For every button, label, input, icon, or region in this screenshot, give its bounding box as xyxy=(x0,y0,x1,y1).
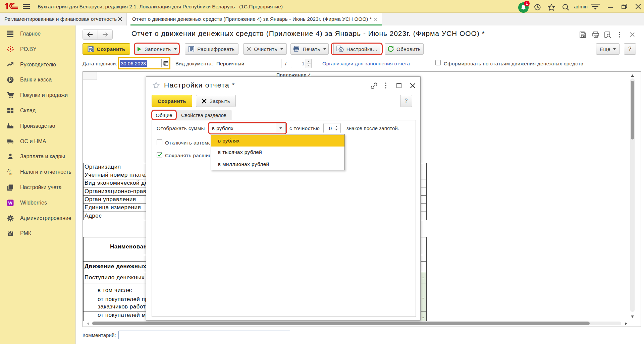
svg-text:Дт: Дт xyxy=(7,169,11,172)
svg-text:Кт: Кт xyxy=(9,172,12,175)
svg-text:W: W xyxy=(8,200,12,206)
